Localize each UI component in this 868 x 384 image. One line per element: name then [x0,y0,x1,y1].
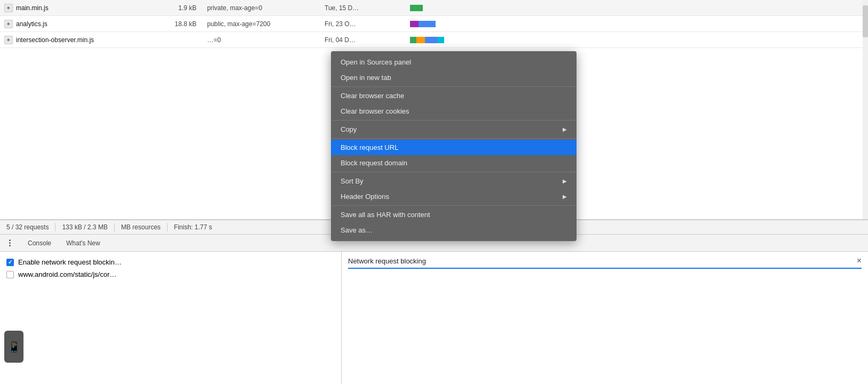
cache-control: public, max-age=7200 [207,20,325,28]
menu-item-label: Clear browser cookies [341,107,409,115]
menu-section-2: Copy▶ [331,121,577,139]
submenu-arrow-icon: ▶ [563,126,567,132]
submenu-arrow-icon: ▶ [563,194,567,199]
menu-item-3-1[interactable]: Block request domain [331,155,577,171]
submenu-arrow-icon: ▶ [563,178,567,184]
menu-item-1-0[interactable]: Clear browser cache [331,88,577,103]
menu-section-5: Save all as HAR with contentSave as… [331,206,577,239]
enable-label: Enable network request blockin… [18,258,122,266]
enable-checkbox[interactable] [6,259,14,266]
menu-section-1: Clear browser cacheClear browser cookies [331,87,577,121]
network-blocking-right: Network request blocking × [342,252,868,384]
size-info: 133 kB / 2.3 MB [62,223,107,231]
menu-item-5-1[interactable]: Save as… [331,222,577,238]
last-modified: Tue, 15 D… [325,4,410,12]
menu-item-label: Open in new tab [341,74,391,82]
menu-item-4-1[interactable]: Header Options▶ [331,189,577,204]
finish-time: Finish: 1.77 s [174,223,212,231]
cache-control: …=0 [207,36,325,44]
scrollbar-track[interactable] [863,0,868,219]
last-modified: Fri, 23 O… [325,20,410,28]
menu-item-label: Block request URL [341,143,398,151]
file-icon: ■ [4,20,13,28]
waterfall [410,37,864,43]
file-icon: ■ [4,4,13,12]
menu-item-2-0[interactable]: Copy▶ [331,122,577,137]
menu-item-label: Header Options [341,193,389,201]
menu-item-label: Open in Sources panel [341,58,411,66]
menu-item-label: Block request domain [341,159,407,167]
bottom-content: Enable network request blockin… www.andr… [0,252,868,384]
menu-item-label: Sort By [341,177,364,185]
last-modified: Fri, 04 D… [325,36,410,44]
more-options-button[interactable] [4,238,15,249]
menu-item-label: Clear browser cache [341,92,404,100]
status-sep-2 [114,223,115,231]
table-row[interactable]: ■main.min.js1.9 kBprivate, max-age=0Tue,… [0,0,868,16]
tab-console[interactable]: Console [21,237,58,249]
dot-1 [9,239,11,241]
menu-item-label: Save as… [341,226,373,234]
table-row[interactable]: ■intersection-observer.min.js…=0Fri, 04 … [0,32,868,48]
dot-2 [9,242,11,244]
resources-info: MB resources [121,223,161,231]
menu-item-4-0[interactable]: Sort By▶ [331,173,577,189]
waterfall [410,5,864,11]
file-size: 1.9 kB [154,4,207,12]
status-sep-3 [167,223,168,231]
table-row[interactable]: ■analytics.js18.8 kBpublic, max-age=7200… [0,16,868,32]
tab-whats-new[interactable]: What's New [60,237,107,249]
scrollbar-thumb[interactable] [863,5,868,37]
bottom-panel: Console What's New Enable network reques… [0,235,868,384]
menu-item-label: Save all as HAR with content [341,211,430,219]
cache-control: private, max-age=0 [207,4,325,12]
context-menu: Open in Sources panelOpen in new tabClea… [331,51,577,241]
file-size: 18.8 kB [154,20,207,28]
file-name: ■intersection-observer.min.js [4,36,154,44]
menu-section-0: Open in Sources panelOpen in new tab [331,53,577,87]
file-name: ■analytics.js [4,20,154,28]
status-sep-1 [55,223,56,231]
close-button[interactable]: × [857,256,862,266]
menu-section-4: Sort By▶Header Options▶ [331,172,577,206]
network-blocking-left: Enable network request blockin… www.andr… [0,252,342,384]
url-checkbox[interactable] [6,271,14,278]
right-panel-header: Network request blocking × [348,256,862,269]
right-panel-title: Network request blocking [348,257,426,265]
url-row: www.android.com/static/js/cor… [6,270,335,278]
enable-blocking-row: Enable network request blockin… [6,258,335,266]
url-label: www.android.com/static/js/cor… [18,270,116,278]
menu-item-5-0[interactable]: Save all as HAR with content [331,207,577,222]
waterfall [410,21,864,27]
file-icon: ■ [4,36,13,44]
menu-item-0-1[interactable]: Open in new tab [331,70,577,85]
phone-icon: 📱 [4,331,23,363]
menu-item-3-0[interactable]: Block request URL [331,140,577,155]
menu-item-1-1[interactable]: Clear browser cookies [331,103,577,119]
phone-glyph: 📱 [7,340,21,353]
menu-item-label: Copy [341,125,357,133]
dot-3 [9,245,11,246]
file-name: ■main.min.js [4,4,154,12]
menu-section-3: Block request URLBlock request domain [331,139,577,172]
menu-item-0-0[interactable]: Open in Sources panel [331,54,577,70]
requests-count: 5 / 32 requests [6,223,49,231]
